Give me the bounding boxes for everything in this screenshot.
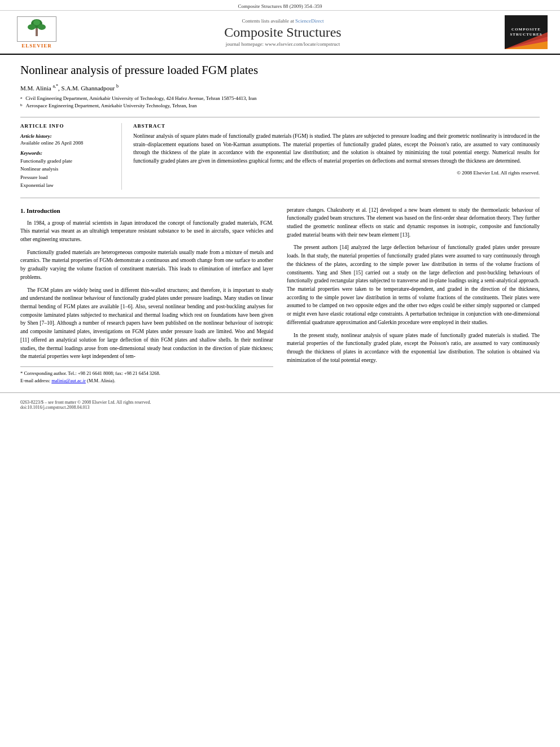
abstract-text: Nonlinear analysis of square plates made… xyxy=(133,132,540,165)
journal-top-bar: Composite Structures 88 (2009) 354–359 xyxy=(0,0,560,11)
footer-doi: doi:10.1016/j.compstruct.2008.04.013 xyxy=(20,405,540,410)
body-para-r3: In the present study, nonlinear analysis… xyxy=(287,331,540,365)
svg-point-1 xyxy=(28,24,36,30)
journal-homepage: journal homepage: www.elsevier.com/locat… xyxy=(68,41,498,47)
info-abstract-row: ARTICLE INFO Article history: Available … xyxy=(20,123,540,190)
body-para-r2: The present authors [14] analyzed the la… xyxy=(287,243,540,326)
body-columns: 1. Introduction In 1984, a group of mate… xyxy=(20,206,540,385)
history-label: Article history: xyxy=(20,133,113,139)
main-content: Nonlinear analysis of pressure loaded FG… xyxy=(0,55,560,392)
divider-body xyxy=(20,198,540,198)
sciencedirect-link[interactable]: ScienceDirect xyxy=(295,18,323,24)
sciencedirect-label: Contents lists available at ScienceDirec… xyxy=(68,18,498,24)
section1-heading: 1. Introduction xyxy=(20,206,273,216)
journal-header: ELSEVIER Contents lists available at Sci… xyxy=(0,11,560,55)
body-col-right: perature changes. Chakraborty et al. [12… xyxy=(287,206,540,385)
article-title: Nonlinear analysis of pressure loaded FG… xyxy=(20,63,540,78)
composite-logo-box: COMPOSITE STRUCTURES xyxy=(505,15,548,49)
keyword-2: Nonlinear analysis xyxy=(20,165,113,173)
author-b-sup: b xyxy=(116,84,119,89)
svg-rect-3 xyxy=(36,28,38,36)
elsevier-logo: ELSEVIER xyxy=(11,16,62,49)
author-names: M.M. Alinia a,*, S.A.M. Ghannadpour b xyxy=(20,85,119,91)
elsevier-tree-icon xyxy=(17,16,56,42)
article-info-col: ARTICLE INFO Article history: Available … xyxy=(20,123,122,190)
authors: M.M. Alinia a,*, S.A.M. Ghannadpour b xyxy=(20,84,540,91)
svg-point-4 xyxy=(33,20,40,25)
footer-ids: 0263-8223/$ – see front matter © 2008 El… xyxy=(20,400,540,410)
composite-structures-logo: COMPOSITE STRUCTURES xyxy=(504,15,549,49)
copyright: © 2008 Elsevier Ltd. All rights reserved… xyxy=(133,170,540,176)
footnote-corresponding: * Corresponding author. Tel.: +98 21 664… xyxy=(20,370,273,377)
body-para-1: In 1984, a group of material scientists … xyxy=(20,219,273,244)
abstract-label: ABSTRACT xyxy=(133,123,540,129)
author-a-sup: a,* xyxy=(53,84,58,89)
body-para-3: The FGM plates are widely being used in … xyxy=(20,286,273,361)
keyword-4: Exponential law xyxy=(20,181,113,189)
affiliation-b: b Aerospace Engineering Department, Amir… xyxy=(20,102,540,110)
abstract-col: ABSTRACT Nonlinear analysis of square pl… xyxy=(133,123,540,190)
body-col-left: 1. Introduction In 1984, a group of mate… xyxy=(20,206,273,385)
divider-top xyxy=(20,117,540,117)
keyword-list: Functionally graded plate Nonlinear anal… xyxy=(20,157,113,190)
journal-ref: Composite Structures 88 (2009) 354–359 xyxy=(238,3,322,9)
available-online: Available online 26 April 2008 xyxy=(20,140,113,146)
keyword-3: Pressure load xyxy=(20,173,113,181)
keyword-1: Functionally graded plate xyxy=(20,157,113,165)
article-info-label: ARTICLE INFO xyxy=(20,123,113,129)
affiliation-a: a Civil Engineering Department, Amirkabi… xyxy=(20,95,540,103)
footnote-section: * Corresponding author. Tel.: +98 21 664… xyxy=(20,366,273,385)
body-para-r1: perature changes. Chakraborty et al. [12… xyxy=(287,206,540,239)
affiliation-b-text: Aerospace Engineering Department, Amirka… xyxy=(26,102,197,110)
journal-header-center: Contents lists available at ScienceDirec… xyxy=(68,18,498,47)
svg-point-2 xyxy=(38,24,46,30)
body-para-2: Functionally graded materials are hetero… xyxy=(20,248,273,282)
journal-title: Composite Structures xyxy=(68,25,498,40)
email-link[interactable]: malinia@aut.ac.ir xyxy=(51,378,86,383)
footer-issn: 0263-8223/$ – see front matter © 2008 El… xyxy=(20,400,540,405)
page-footer: 0263-8223/$ – see front matter © 2008 El… xyxy=(0,392,560,413)
footnote-email: E-mail address: malinia@aut.ac.ir (M.M. … xyxy=(20,377,273,385)
elsevier-brand-text: ELSEVIER xyxy=(21,43,52,49)
affiliation-a-text: Civil Engineering Department, Amirkabir … xyxy=(25,95,256,103)
keywords-label: Keywords: xyxy=(20,150,113,156)
composite-logo-text: COMPOSITE STRUCTURES xyxy=(510,27,542,37)
affiliations: a Civil Engineering Department, Amirkabi… xyxy=(20,95,540,110)
